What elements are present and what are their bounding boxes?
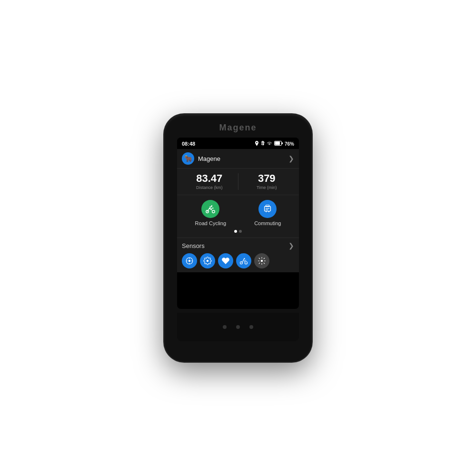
time-label: Time (min) (257, 185, 277, 190)
magene-app-icon: 🐂 (182, 152, 194, 165)
commuting-icon (258, 200, 277, 218)
svg-point-13 (261, 260, 263, 262)
notification-bar[interactable]: 🐂 Magene ❯ (177, 149, 299, 169)
time-stat: 379 Time (min) (238, 173, 296, 190)
cadence-sensor-icon[interactable] (182, 253, 197, 268)
notification-label: Magene (198, 155, 288, 162)
status-time: 08:48 (182, 141, 195, 147)
svg-rect-2 (275, 142, 280, 145)
commuting-activity[interactable]: Commuting (254, 200, 281, 226)
pagination-dots (181, 230, 295, 233)
distance-label: Distance (km) (196, 185, 223, 190)
sensors-section[interactable]: Sensors ❯ (177, 238, 299, 272)
svg-point-5 (211, 205, 213, 207)
settings-sensor-icon[interactable] (254, 253, 269, 268)
device: Magene 08:48 (164, 114, 312, 362)
svg-point-12 (244, 258, 245, 259)
device-screen: 08:48 (177, 138, 299, 309)
status-bar: 08:48 (177, 138, 299, 149)
svg-rect-7 (266, 205, 269, 207)
battery-percent: 76% (285, 141, 294, 147)
battery-icon (274, 141, 283, 147)
brand-label: Magene (219, 123, 257, 133)
gear-sensor-icon[interactable] (200, 253, 215, 268)
svg-point-9 (188, 260, 191, 262)
sensors-header: Sensors ❯ (182, 242, 294, 249)
time-value: 379 (258, 173, 276, 184)
activity-section: Road Cycling Commuting (177, 195, 299, 238)
road-cycling-activity[interactable]: Road Cycling (195, 200, 226, 226)
road-cycling-icon (201, 200, 219, 218)
bottom-button-2[interactable] (236, 325, 240, 329)
bottom-buttons (223, 325, 253, 329)
stats-section: 83.47 Distance (km) 379 Time (min) (177, 169, 299, 195)
bottom-button-1[interactable] (223, 325, 227, 329)
cycling-sensor-icon[interactable] (236, 253, 251, 268)
sensors-icons-row (182, 253, 294, 268)
svg-point-11 (245, 262, 247, 264)
road-cycling-label: Road Cycling (195, 220, 226, 226)
status-icons: 76% (255, 140, 294, 147)
activity-grid: Road Cycling Commuting (181, 200, 295, 226)
distance-value: 83.47 (196, 173, 222, 184)
sensors-title: Sensors (182, 242, 205, 249)
wifi-icon (267, 141, 272, 147)
svg-rect-1 (282, 142, 283, 144)
distance-stat: 83.47 Distance (km) (181, 173, 238, 190)
bluetooth-icon (261, 140, 265, 147)
notification-chevron-icon[interactable]: ❯ (288, 155, 294, 162)
device-bottom (177, 313, 299, 341)
location-icon (255, 141, 259, 147)
commuting-label: Commuting (254, 220, 281, 226)
bottom-button-3[interactable] (249, 325, 253, 329)
svg-point-4 (212, 210, 215, 213)
dot-1 (234, 230, 237, 233)
sensors-chevron-icon: ❯ (288, 242, 294, 249)
heart-rate-sensor-icon[interactable] (218, 253, 233, 268)
dot-2 (239, 230, 242, 233)
magene-icon-symbol: 🐂 (184, 155, 192, 162)
